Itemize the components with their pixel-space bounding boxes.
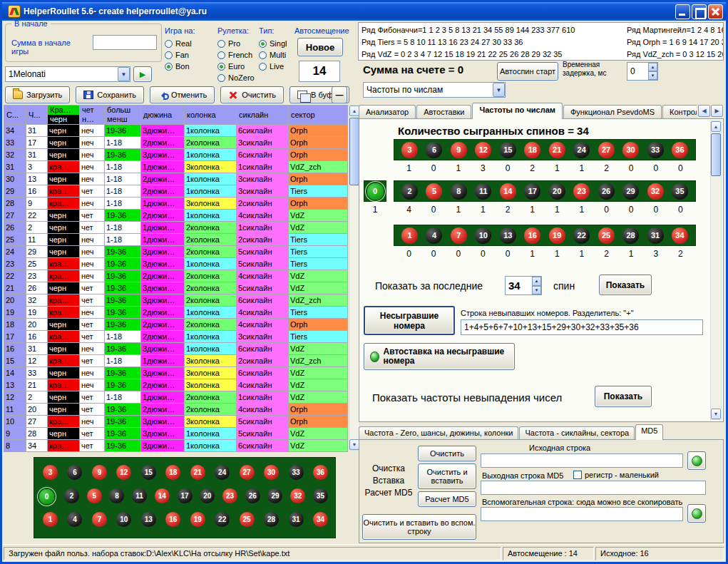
number-8[interactable]: 8 — [451, 183, 467, 200]
tab-контроль-банкрол[interactable]: Контроль банкрол — [662, 105, 697, 119]
number-11[interactable]: 11 — [132, 488, 147, 503]
number-27[interactable]: 27 — [240, 465, 255, 480]
number-2[interactable]: 2 — [64, 488, 79, 503]
md5-aux-input[interactable] — [481, 507, 683, 521]
number-5[interactable]: 5 — [426, 183, 442, 200]
table-row[interactable]: 2032кра…чет19-363дюжи…2колонка6сиклайнVd… — [4, 294, 348, 307]
view-mode-combo[interactable]: Частоты по числам ▼ — [363, 82, 506, 98]
table-row[interactable]: 1631черннеч19-363дюжи…1колонка6сиклайнVd… — [4, 343, 348, 355]
radio-nozero[interactable]: NoZero — [217, 72, 255, 83]
radio-singl[interactable]: Singl — [259, 38, 287, 49]
unplayed-string-input[interactable] — [461, 319, 703, 335]
table-row[interactable]: 2429черннеч19-363дюжи…2колонка5сиклайнTi… — [4, 246, 348, 258]
table-row[interactable]: 262чернчет1-181дюжи…2колонка1сиклайнVdZ — [4, 222, 348, 234]
table-row[interactable]: 1120чернчет19-362дюжи…2колонка4сиклайнOr… — [4, 404, 348, 416]
table-row[interactable]: 2722чернчет19-362дюжи…1колонка4сиклайнVd… — [4, 210, 348, 222]
spin-down-icon[interactable]: ▼ — [532, 286, 541, 295]
spin-up-icon[interactable]: ▲ — [648, 63, 657, 71]
number-3[interactable]: 3 — [401, 142, 418, 158]
panel-scrollbar[interactable]: ▲ ▼ — [710, 121, 722, 420]
number-17[interactable]: 17 — [178, 488, 193, 503]
number-15[interactable]: 15 — [500, 142, 516, 158]
table-row[interactable]: 928чернчет19-363дюжи…1колонка5сиклайнVdZ — [4, 428, 348, 440]
number-10[interactable]: 10 — [116, 512, 131, 527]
number-36[interactable]: 36 — [313, 465, 328, 480]
number-14[interactable]: 14 — [500, 183, 516, 200]
tab-функционал-psevdoms[interactable]: Функционал PsevdoMS — [563, 105, 662, 119]
autoshift-new-button[interactable]: Новое — [297, 38, 343, 56]
number-36[interactable]: 36 — [672, 142, 688, 158]
number-22[interactable]: 22 — [573, 227, 590, 244]
number-0[interactable]: 0 — [39, 489, 54, 504]
number-23[interactable]: 23 — [573, 183, 590, 200]
table-row[interactable]: 1433черннеч19-363дюжи…3колонка6сиклайнVd… — [4, 367, 348, 379]
number-19[interactable]: 19 — [549, 227, 565, 244]
number-30[interactable]: 30 — [264, 465, 279, 480]
number-33[interactable]: 33 — [289, 465, 304, 480]
tab-md5[interactable]: MD5 — [635, 424, 663, 440]
number-21[interactable]: 21 — [190, 465, 205, 480]
number-23[interactable]: 23 — [222, 488, 237, 503]
md5-clear-paste-aux-button[interactable]: Очистить и вставить во вспом. строку — [362, 514, 476, 540]
number-27[interactable]: 27 — [598, 142, 615, 158]
table-row[interactable]: 1919кра…неч19-362дюжи…1колонка4сиклайнTi… — [4, 307, 348, 319]
number-34[interactable]: 34 — [672, 227, 688, 244]
number-5[interactable]: 5 — [87, 488, 102, 503]
md5-output-input[interactable] — [481, 481, 706, 495]
number-29[interactable]: 29 — [267, 488, 282, 503]
autospin-start-button[interactable]: Автоспин старт — [497, 62, 558, 81]
number-18[interactable]: 18 — [165, 465, 180, 480]
number-7[interactable]: 7 — [92, 512, 107, 527]
number-35[interactable]: 35 — [313, 488, 328, 503]
toolbar-undo-button[interactable]: Отменить — [150, 86, 215, 103]
table-row[interactable]: 3231черннеч19-363дюжи…1колонка6сиклайнOr… — [4, 149, 348, 161]
md5-source-input[interactable] — [481, 453, 683, 468]
number-26[interactable]: 26 — [598, 183, 615, 200]
tab-анализатор[interactable]: Анализатор — [359, 105, 416, 119]
radio-bon[interactable]: Bon — [165, 61, 195, 72]
scroll-down-icon[interactable]: ▼ — [349, 439, 359, 450]
number-1[interactable]: 1 — [401, 227, 418, 244]
toolbar-folder-open-button[interactable]: Загрузить — [5, 86, 70, 103]
radio-multi[interactable]: Multi — [259, 49, 287, 61]
number-29[interactable]: 29 — [622, 183, 639, 200]
number-13[interactable]: 13 — [141, 512, 156, 527]
tab-scroll-right-icon[interactable]: ▶ — [711, 105, 723, 117]
number-4[interactable]: 4 — [67, 512, 82, 527]
number-32[interactable]: 32 — [290, 488, 305, 503]
number-11[interactable]: 11 — [475, 183, 491, 200]
maximize-icon[interactable] — [692, 4, 707, 19]
number-31[interactable]: 31 — [289, 512, 304, 527]
number-25[interactable]: 25 — [598, 227, 615, 244]
number-18[interactable]: 18 — [524, 142, 540, 158]
number-4[interactable]: 4 — [426, 227, 442, 244]
table-scrollbar-thumb[interactable] — [349, 118, 359, 185]
tab-scroll-left-icon[interactable]: ◀ — [698, 105, 710, 117]
number-34[interactable]: 34 — [313, 512, 328, 527]
md5-clear-button[interactable]: Очистить — [418, 446, 476, 461]
number-7[interactable]: 7 — [451, 227, 467, 244]
number-28[interactable]: 28 — [264, 512, 279, 527]
table-row[interactable]: 834кра…чет19-363дюжи…1колонка6сиклайнVdZ — [4, 440, 348, 452]
number-25[interactable]: 25 — [240, 512, 255, 527]
md5-aux-action-button[interactable] — [687, 504, 706, 523]
spin-up-icon[interactable]: ▲ — [532, 277, 541, 286]
spin-down-icon[interactable]: ▼ — [648, 71, 657, 80]
number-35[interactable]: 35 — [672, 183, 688, 200]
table-row[interactable]: 2223кра…неч19-362дюжи…2колонка4сиклайнVd… — [4, 270, 348, 282]
table-row[interactable]: 3013черннеч1-182дюжи…1колонка3сиклайнOrp… — [4, 173, 348, 185]
number-6[interactable]: 6 — [426, 142, 442, 158]
tab-автоставки[interactable]: Автоставки — [416, 105, 471, 119]
md5-calc-button[interactable]: Расчет MD5 — [418, 491, 476, 507]
number-22[interactable]: 22 — [215, 512, 230, 527]
close-icon[interactable] — [708, 4, 723, 19]
number-16[interactable]: 16 — [165, 512, 180, 527]
number-30[interactable]: 30 — [622, 142, 639, 158]
number-31[interactable]: 31 — [647, 227, 664, 244]
collapse-button[interactable]: — — [332, 86, 347, 103]
minimize-icon[interactable] — [675, 4, 690, 19]
table-row[interactable]: 2126чернчет19-363дюжи…2колонка5сиклайнVd… — [4, 282, 348, 294]
number-24[interactable]: 24 — [215, 465, 230, 480]
number-1[interactable]: 1 — [43, 512, 58, 527]
chevron-down-icon[interactable]: ▼ — [118, 67, 130, 81]
